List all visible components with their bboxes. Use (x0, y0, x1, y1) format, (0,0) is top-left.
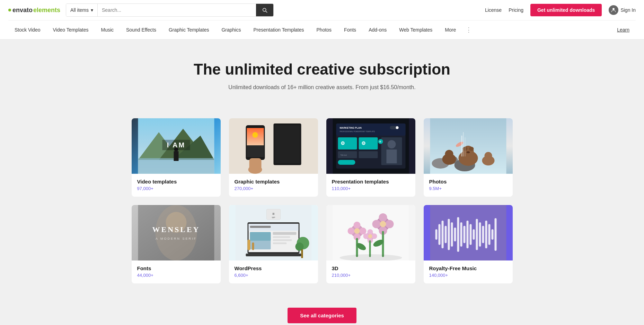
svg-rect-76 (246, 254, 301, 256)
svg-point-100 (367, 229, 373, 235)
svg-rect-15 (247, 145, 264, 157)
svg-rect-17 (275, 125, 300, 163)
svg-rect-80 (247, 240, 250, 250)
svg-point-52 (484, 152, 492, 160)
svg-point-87 (359, 228, 366, 234)
svg-rect-118 (466, 221, 468, 248)
nav-video-templates[interactable]: Video Templates (46, 22, 95, 38)
header-top: envato elements All items ▾ License Pric… (8, 0, 636, 20)
svg-rect-19 (249, 158, 261, 170)
nav-music[interactable]: Music (95, 22, 120, 38)
svg-rect-120 (473, 229, 475, 240)
wordpress-scene-svg: ⊞ WP (229, 205, 318, 260)
category-card-presentation[interactable]: MARKETING PLAN PROFESSIONAL POWERPOINT T… (326, 118, 415, 197)
see-all-button[interactable]: See all categories (288, 308, 356, 323)
card-title-fonts: Fonts (137, 265, 215, 271)
dropdown-label: All items (70, 7, 89, 13)
nav-sound-effects[interactable]: Sound Effects (120, 22, 162, 38)
logo-elements-text: elements (33, 7, 60, 14)
card-image-video: I AM (132, 118, 221, 174)
nav-fonts[interactable]: Fonts (338, 22, 362, 38)
card-title-video: Video templates (137, 179, 215, 185)
pricing-link[interactable]: Pricing (509, 7, 523, 13)
search-category-dropdown[interactable]: All items ▾ (66, 4, 98, 16)
card-title-music: Royalty-Free Music (429, 265, 507, 271)
svg-text:WP: WP (272, 216, 275, 219)
categories-grid: I AM Video templates 97,000+ (132, 118, 513, 283)
presentation-scene-svg: MARKETING PLAN PROFESSIONAL POWERPOINT T… (326, 118, 415, 174)
nav-stock-video[interactable]: Stock Video (8, 22, 46, 38)
nav-learn[interactable]: Learn (611, 22, 636, 38)
nav-photos[interactable]: Photos (310, 22, 338, 38)
svg-point-26 (396, 126, 398, 129)
svg-rect-54 (461, 136, 462, 156)
card-count-video: 97,000+ (137, 186, 215, 191)
svg-rect-81 (252, 242, 254, 250)
svg-text:+: + (379, 140, 381, 144)
cta-button[interactable]: Get unlimited downloads (530, 4, 602, 16)
svg-point-0 (612, 8, 615, 10)
svg-rect-97 (382, 231, 384, 257)
card-title-wordpress: WordPress (235, 265, 312, 271)
logo[interactable]: envato elements (8, 7, 60, 14)
3d-scene-svg (326, 205, 415, 260)
svg-point-104 (368, 234, 372, 238)
nav-addons[interactable]: Add-ons (362, 22, 393, 38)
logo-envato-text: envato (12, 7, 33, 14)
nav-graphic-templates[interactable]: Graphic Templates (162, 22, 215, 38)
card-image-graphic (229, 118, 318, 174)
photos-scene-svg (424, 118, 513, 174)
sign-in-link[interactable]: Sign In (609, 5, 636, 15)
svg-text:WENSLEY: WENSLEY (152, 225, 200, 234)
category-card-graphic-templates[interactable]: Graphic templates 270,000+ (229, 118, 318, 197)
svg-point-48 (466, 151, 470, 153)
card-count-wordpress: 6,600+ (235, 273, 312, 278)
card-body-presentation: Presentation templates 110,000+ (326, 174, 415, 197)
category-card-photos[interactable]: Photos 9.5M+ (424, 118, 513, 197)
nav-graphics[interactable]: Graphics (215, 22, 247, 38)
sign-in-label: Sign In (620, 7, 636, 13)
card-body-photos: Photos 9.5M+ (424, 174, 513, 197)
svg-rect-22 (336, 123, 405, 136)
logo-dot (8, 9, 11, 11)
category-card-wordpress[interactable]: ⊞ WP (229, 205, 318, 283)
card-count-music: 140,000+ (429, 273, 507, 278)
header: envato elements All items ▾ License Pric… (0, 0, 644, 40)
svg-rect-56 (465, 137, 465, 156)
category-card-video-templates[interactable]: I AM Video templates 97,000+ (132, 118, 221, 197)
svg-rect-121 (476, 219, 478, 250)
card-title-graphic: Graphic templates (235, 179, 312, 185)
svg-rect-125 (488, 224, 490, 245)
svg-rect-127 (494, 218, 496, 251)
svg-point-88 (354, 228, 360, 234)
svg-point-50 (445, 150, 453, 158)
card-image-3d (326, 205, 415, 260)
card-body-wordpress: WordPress 6,600+ (229, 260, 318, 283)
category-card-fonts[interactable]: WENSLEY A MODERN SERIF Fonts 44,000+ (132, 205, 221, 283)
svg-rect-75 (273, 242, 286, 244)
nav-more[interactable]: More (439, 22, 462, 38)
categories-section: I AM Video templates 97,000+ (0, 108, 644, 304)
card-count-3d: 210,000+ (332, 273, 410, 278)
category-card-music[interactable]: Royalty-Free Music 140,000+ (424, 205, 513, 283)
svg-text:⚙: ⚙ (340, 140, 345, 146)
svg-rect-117 (463, 226, 465, 243)
svg-rect-114 (454, 228, 456, 241)
nav-presentation-templates[interactable]: Presentation Templates (247, 22, 310, 38)
nav-dots-separator: ⋮ (462, 20, 476, 39)
svg-rect-79 (301, 249, 303, 258)
svg-rect-69 (250, 226, 271, 228)
search-button[interactable] (256, 4, 273, 16)
svg-rect-39 (338, 160, 355, 165)
svg-rect-72 (273, 232, 296, 235)
card-body-graphic: Graphic templates 270,000+ (229, 174, 318, 197)
svg-rect-73 (273, 236, 290, 238)
search-input[interactable] (98, 4, 256, 16)
card-image-presentation: MARKETING PLAN PROFESSIONAL POWERPOINT T… (326, 118, 415, 174)
category-card-3d[interactable]: 3D 210,000+ (326, 205, 415, 283)
svg-point-86 (347, 228, 354, 234)
card-body-video: Video templates 97,000+ (132, 174, 221, 197)
license-link[interactable]: License (485, 7, 502, 13)
svg-rect-124 (485, 221, 487, 248)
nav-web-templates[interactable]: Web Templates (393, 22, 439, 38)
